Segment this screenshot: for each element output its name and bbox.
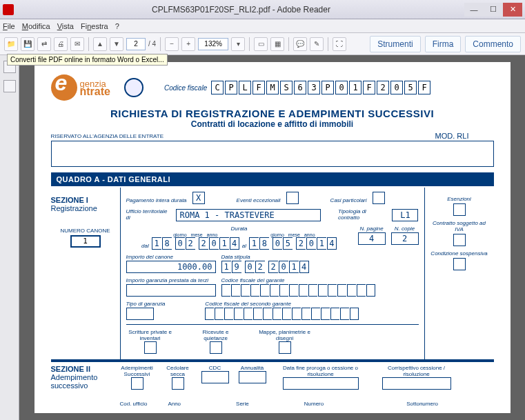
durata-label: Durata bbox=[230, 226, 247, 232]
tipo-garanzia-box bbox=[126, 308, 154, 320]
anno-label: Anno bbox=[168, 401, 181, 407]
sezione2-sub1: Adempimento bbox=[51, 373, 120, 381]
mod-label: MOD. RLI bbox=[435, 132, 469, 140]
npagine-label: N. pagine bbox=[359, 226, 383, 232]
zoom-input[interactable]: 132% bbox=[198, 38, 228, 50]
iva-box bbox=[453, 234, 466, 246]
ncopie-label: N. copie bbox=[395, 226, 415, 232]
condizione-box bbox=[453, 258, 466, 270]
main-title: RICHIESTA DI REGISTRAZIONE E ADEMPIMENTI… bbox=[51, 108, 494, 119]
data-dal: 18022014 bbox=[152, 237, 239, 250]
cf-garante-boxes bbox=[221, 284, 375, 297]
annualita-label: Annualità bbox=[241, 365, 264, 371]
npagine-value: 4 bbox=[358, 232, 386, 245]
data-stipula-label: Data stipula bbox=[221, 254, 250, 260]
close-button[interactable]: ✕ bbox=[503, 3, 522, 17]
highlight-icon[interactable]: ✎ bbox=[310, 37, 324, 51]
eventi-box bbox=[286, 192, 299, 204]
window-title: CPLFMS63P01F20SF_RLI2.pdf - Adobe Reader bbox=[18, 5, 464, 14]
zoom-dropdown-icon[interactable]: ▾ bbox=[231, 37, 245, 51]
esenzioni-label: Esenzioni bbox=[429, 196, 490, 202]
maximize-button[interactable]: ☐ bbox=[484, 3, 503, 17]
convert-icon[interactable]: ⇄ bbox=[37, 37, 51, 51]
adempimenti-label: Adempimenti Successivi bbox=[120, 365, 155, 377]
nav-down-icon[interactable]: ▼ bbox=[110, 37, 123, 51]
pdf-icon bbox=[3, 4, 14, 15]
zoom-out-icon[interactable]: − bbox=[165, 37, 179, 51]
ncopie-value: 2 bbox=[391, 232, 419, 245]
corrispettivo-box bbox=[382, 377, 451, 390]
ricevute-label: Ricevute e quietanze bbox=[195, 329, 237, 341]
garanzia-label: Importo garanzia prestata da terzi bbox=[126, 277, 209, 283]
casi-label: Casi particolari bbox=[330, 197, 367, 203]
annualita-box bbox=[239, 371, 266, 383]
menu-file[interactable]: File bbox=[3, 22, 15, 30]
mail-icon[interactable]: ✉ bbox=[70, 37, 84, 51]
minimize-button[interactable]: — bbox=[464, 3, 484, 17]
toolbar: 📁 💾 ⇄ 🖨 ✉ ▲ ▼ 2 / 4 − + 132% ▾ ▭ ▦ 💬 ✎ ⛶… bbox=[0, 33, 525, 55]
save-icon[interactable]: 💾 bbox=[21, 37, 34, 51]
cf-garante-label: Codice fiscale del garante bbox=[221, 277, 285, 283]
sezione2-title: SEZIONE II bbox=[51, 365, 120, 373]
cf-garante2-label: Codice fiscale del secondo garante bbox=[205, 301, 291, 307]
tipologia-label: Tipologia di contratto bbox=[338, 208, 386, 221]
emblem-icon bbox=[124, 78, 143, 97]
scritture-label: Scritture private e inventari bbox=[126, 329, 175, 341]
quadro-a-bar: QUADRO A - DATI GENERALI bbox=[51, 172, 494, 186]
subtitle: Contratti di locazione e affitto di immo… bbox=[51, 119, 494, 129]
cdc-box bbox=[201, 371, 229, 383]
condizione-label: Condizione sospensiva bbox=[429, 250, 490, 257]
casi-box bbox=[373, 192, 385, 204]
strumenti-button[interactable]: Strumenti bbox=[370, 36, 420, 52]
view2-icon[interactable]: ▦ bbox=[270, 37, 284, 51]
pdf-page: genziantrate Codice fiscale CPLFMS63P01F… bbox=[34, 62, 511, 413]
a-label: anno bbox=[207, 232, 218, 237]
sezione1-title: SEZIONE I bbox=[51, 196, 120, 204]
zoom-in-icon[interactable]: + bbox=[181, 37, 195, 51]
scritture-box bbox=[144, 341, 157, 354]
tooltip: Converti file PDF online in formato Word… bbox=[7, 54, 168, 66]
mappe-box bbox=[279, 341, 291, 354]
commento-button[interactable]: Commento bbox=[465, 36, 521, 52]
open-icon[interactable]: 📁 bbox=[4, 37, 18, 51]
agenzia-entrate-logo: genziantrate bbox=[51, 74, 110, 101]
menu-help[interactable]: ? bbox=[115, 22, 119, 30]
sezione1-sub: Registrazione bbox=[51, 204, 120, 212]
page-input[interactable]: 2 bbox=[126, 38, 146, 50]
mappe-label: Mappe, planimetrie e disegni bbox=[257, 329, 313, 341]
m-label: mese bbox=[191, 232, 203, 237]
fullscreen-icon[interactable]: ⛶ bbox=[333, 37, 346, 51]
menu-vista[interactable]: Vista bbox=[57, 22, 74, 30]
print-icon[interactable]: 🖨 bbox=[54, 37, 68, 51]
adempimenti-box bbox=[131, 377, 143, 390]
view1-icon[interactable]: ▭ bbox=[254, 37, 268, 51]
sidebar bbox=[0, 55, 19, 420]
corrispettivo-label: Corrispettivo cessione / risoluzione bbox=[375, 365, 458, 377]
document-area[interactable]: genziantrate Codice fiscale CPLFMS63P01F… bbox=[19, 55, 525, 420]
note-icon[interactable]: 💬 bbox=[293, 37, 307, 51]
cdc-label: CDC bbox=[209, 365, 221, 371]
attachments-icon[interactable] bbox=[3, 80, 16, 92]
data-al: 18052014 bbox=[249, 237, 337, 250]
page-total: / 4 bbox=[148, 40, 156, 48]
tipologia-value: L1 bbox=[392, 209, 418, 221]
firma-button[interactable]: Firma bbox=[425, 36, 462, 52]
menu-modifica[interactable]: Modifica bbox=[22, 22, 50, 30]
ufficio-value: ROMA 1 - TRASTEVERE bbox=[176, 209, 320, 221]
pag-intera-label: Pagamento intera durata bbox=[126, 197, 187, 203]
datafine-label: Data fine proroga o cessione o risoluzio… bbox=[276, 365, 366, 377]
datafine-box bbox=[283, 377, 359, 390]
menu-finestra[interactable]: Finestra bbox=[81, 22, 108, 30]
eventi-label: Eventi eccezionali bbox=[237, 197, 281, 203]
numero-label: Numero bbox=[304, 401, 324, 407]
a-label2: anno bbox=[304, 232, 315, 237]
numero-canone-value: 1 bbox=[70, 235, 101, 248]
al-label: al bbox=[242, 243, 246, 249]
nav-up-icon[interactable]: ▲ bbox=[93, 37, 107, 51]
dal-label: dal bbox=[141, 243, 149, 249]
esenzioni-box bbox=[453, 203, 466, 216]
codufficio-label: Cod. ufficio bbox=[120, 401, 148, 407]
menubar: File Modifica Vista Finestra ? bbox=[0, 19, 525, 33]
sottonumero-label: Sottonumero bbox=[406, 401, 438, 407]
garanzia-box bbox=[126, 284, 216, 297]
